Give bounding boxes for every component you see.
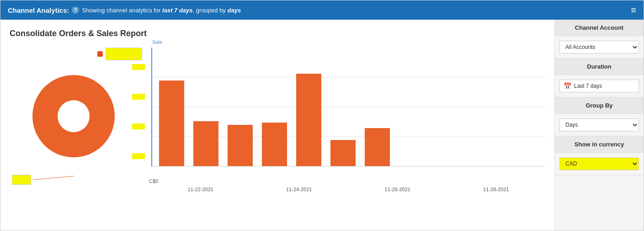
subtitle-duration: last 7 days — [162, 7, 193, 14]
donut-hole — [58, 100, 90, 132]
channel-account-select[interactable]: All Accounts Account 1 Account 2 — [559, 41, 639, 54]
bar-3 — [228, 125, 253, 166]
menu-icon[interactable]: ≡ — [631, 5, 636, 16]
bar-chart-svg — [152, 48, 545, 166]
charts-row: Sale — [10, 48, 545, 221]
bar-7 — [365, 128, 390, 166]
bar-2 — [193, 121, 218, 166]
group-by-header: Group By — [555, 97, 644, 114]
bar-chart-wrapper: Sale — [151, 48, 545, 176]
duration-display[interactable]: 📅 Last 7 days — [559, 80, 639, 92]
header: Channel Analytics: ? Showing channel ana… — [0, 0, 644, 20]
group-by-select[interactable]: Days Weeks Months — [559, 118, 639, 131]
header-left: Channel Analytics: ? Showing channel ana… — [8, 6, 241, 14]
y-zero-label: C$0 — [149, 178, 158, 184]
bar-1 — [159, 81, 184, 166]
x-label-4: 11-28-2021 — [483, 187, 509, 192]
y-marker-4 — [132, 153, 145, 159]
channel-account-header: Channel Account — [555, 20, 644, 36]
duration-control: 📅 Last 7 days — [555, 75, 644, 97]
bar-4 — [262, 123, 287, 166]
bar-6 — [330, 140, 356, 166]
duration-value: Last 7 days — [574, 83, 602, 89]
subtitle-mid: , grouped by — [193, 7, 228, 14]
y-marker-1 — [132, 64, 145, 70]
group-by-control: Days Weeks Months — [555, 114, 644, 136]
donut-chart-container — [10, 48, 138, 185]
main-content: Consolidate Orders & Sales Report — [0, 20, 644, 231]
donut-svg — [23, 66, 124, 167]
header-subtitle: Showing channel analytics for last 7 day… — [82, 7, 241, 14]
x-label-3: 11-26-2021 — [385, 187, 410, 192]
y-marker-3 — [132, 124, 145, 129]
legend-dot — [97, 51, 103, 57]
x-axis-labels: 11-22-2021 11-24-2021 11-26-2021 11-28-2… — [151, 187, 545, 192]
duration-header: Duration — [555, 59, 644, 75]
show-currency-header: Show in currency — [555, 136, 644, 153]
y-axis-markers — [132, 52, 145, 171]
currency-select[interactable]: CAD USD EUR — [559, 157, 639, 170]
subtitle-prefix: Showing channel analytics for — [82, 7, 162, 14]
chart-area: Consolidate Orders & Sales Report — [0, 20, 554, 231]
help-icon[interactable]: ? — [72, 6, 79, 14]
channel-account-control: All Accounts Account 1 Account 2 — [555, 36, 644, 59]
sidebar: Channel Account All Accounts Account 1 A… — [554, 20, 644, 231]
x-label-2: 11-24-2021 — [286, 187, 312, 192]
svg-line-0 — [33, 176, 74, 180]
app-title: Channel Analytics: — [8, 6, 69, 14]
subtitle-group: days — [227, 7, 241, 14]
y-marker-2 — [132, 94, 145, 100]
calendar-icon: 📅 — [564, 82, 571, 90]
bar-chart-container: Sale — [151, 48, 545, 189]
donut-legend — [12, 175, 79, 185]
x-label-1: 11-22-2021 — [188, 187, 213, 192]
bar-5 — [296, 74, 321, 166]
app-container: Channel Analytics: ? Showing channel ana… — [0, 0, 644, 231]
legend-yellow-box-bottom — [12, 175, 31, 185]
sale-label: Sale — [152, 39, 162, 45]
bar-chart-inner — [151, 48, 545, 167]
legend-line-svg — [33, 175, 79, 184]
currency-control: CAD USD EUR — [555, 153, 644, 175]
report-title: Consolidate Orders & Sales Report — [10, 29, 545, 38]
